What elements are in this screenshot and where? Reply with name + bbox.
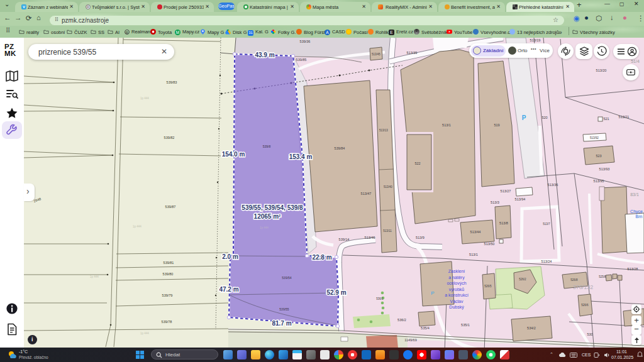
svg-text:513/1: 513/1 <box>442 123 451 127</box>
svg-text:539/36: 539/36 <box>300 40 311 43</box>
svg-text:513/92: 513/92 <box>590 136 599 140</box>
svg-text:513/93: 513/93 <box>599 167 610 171</box>
svg-text:51/4: 51/4 <box>631 59 640 63</box>
svg-text:513/28: 513/28 <box>628 267 638 271</box>
svg-text:513/44: 513/44 <box>470 230 481 234</box>
svg-text:526/6: 526/6 <box>581 304 589 307</box>
svg-text:539/78: 539/78 <box>162 320 172 324</box>
svg-text:Václav: Václav <box>450 299 464 304</box>
svg-text:2.0 m: 2.0 m <box>222 253 238 260</box>
svg-text:513/21: 513/21 <box>619 115 630 119</box>
svg-text:522: 522 <box>414 162 420 165</box>
svg-text:539/79: 539/79 <box>162 293 173 297</box>
svg-text:513/27: 513/27 <box>501 189 511 193</box>
svg-text:154.0 m: 154.0 m <box>222 151 245 158</box>
svg-text:a konstrukcí: a konstrukcí <box>445 293 469 297</box>
svg-text:535/4: 535/4 <box>421 326 430 330</box>
svg-text:81.7 m: 81.7 m <box>272 320 291 327</box>
svg-text:513/19: 513/19 <box>530 38 541 42</box>
svg-text:Zasklení: Zasklení <box>448 269 465 273</box>
svg-text:1p 444: 1p 444 <box>260 226 269 229</box>
svg-text:536/2: 536/2 <box>397 318 406 322</box>
svg-text:153.4 m: 153.4 m <box>289 153 313 160</box>
svg-text:513/11: 513/11 <box>383 229 392 233</box>
svg-text:513/13: 513/13 <box>379 129 388 132</box>
svg-text:539/80: 539/80 <box>163 272 174 276</box>
svg-text:a nátěry: a nátěry <box>448 275 465 280</box>
svg-text:Chyce: Chyce <box>630 209 643 214</box>
svg-text:513/9: 513/9 <box>416 236 425 239</box>
svg-text:526/2: 526/2 <box>519 278 526 281</box>
svg-text:22.8 m: 22.8 m <box>312 254 331 261</box>
svg-text:535/1: 535/1 <box>461 323 470 327</box>
svg-text:513/46: 513/46 <box>365 236 375 239</box>
svg-text:525/8: 525/8 <box>599 275 606 278</box>
svg-text:1p 444: 1p 444 <box>140 97 149 100</box>
svg-text:539/54: 539/54 <box>282 276 292 280</box>
svg-text:P: P <box>522 114 526 121</box>
svg-text:1p 444: 1p 444 <box>140 332 149 335</box>
svg-text:12065 m²: 12065 m² <box>254 213 281 220</box>
svg-text:513/36: 513/36 <box>548 183 558 187</box>
svg-text:513/39: 513/39 <box>407 51 418 55</box>
svg-text:539/55, 539/54, 539/8: 539/55, 539/54, 539/8 <box>242 204 303 211</box>
svg-text:513/7: 513/7 <box>543 222 550 226</box>
svg-text:ocelových: ocelových <box>447 281 466 286</box>
svg-text:Dubský: Dubský <box>449 305 464 310</box>
svg-text:513/95: 513/95 <box>594 179 604 183</box>
svg-text:513/50: 513/50 <box>484 242 495 246</box>
svg-text:539/82: 539/82 <box>164 136 175 140</box>
svg-text:526/8: 526/8 <box>570 278 578 282</box>
svg-text:521: 521 <box>603 117 609 121</box>
svg-text:513/20: 513/20 <box>596 69 607 72</box>
svg-text:539/85: 539/85 <box>296 58 307 62</box>
svg-text:1p 444: 1p 444 <box>90 275 99 278</box>
svg-text:Brn: Brn <box>636 214 643 219</box>
svg-text:539/55: 539/55 <box>279 307 289 311</box>
svg-text:47.2 m: 47.2 m <box>219 286 238 293</box>
svg-text:1p 444: 1p 444 <box>133 225 142 228</box>
svg-text:526/5: 526/5 <box>484 285 492 288</box>
svg-text:513/40: 513/40 <box>384 185 392 189</box>
svg-text:1149/69: 1149/69 <box>404 338 416 342</box>
svg-text:539/81: 539/81 <box>164 261 174 265</box>
svg-text:539/87: 539/87 <box>165 205 176 209</box>
svg-text:539/8: 539/8 <box>263 145 271 148</box>
svg-text:376/132: 376/132 <box>573 284 594 290</box>
svg-text:83/1: 83/1 <box>630 192 639 197</box>
svg-text:520: 520 <box>541 116 547 119</box>
svg-text:513/8: 513/8 <box>499 221 508 225</box>
svg-text:523: 523 <box>596 154 601 158</box>
svg-text:513/3: 513/3 <box>491 200 499 204</box>
svg-text:513/24: 513/24 <box>541 260 552 263</box>
svg-text:43.9 m: 43.9 m <box>255 52 274 58</box>
svg-text:513/94: 513/94 <box>515 197 526 201</box>
svg-text:513/47: 513/47 <box>361 192 372 195</box>
svg-text:530: 530 <box>587 332 592 336</box>
svg-text:536/1: 536/1 <box>376 297 384 300</box>
svg-text:513/45: 513/45 <box>372 53 380 56</box>
svg-text:539/84: 539/84 <box>335 146 345 150</box>
svg-text:513/1: 513/1 <box>469 253 478 256</box>
svg-text:519: 519 <box>494 123 499 127</box>
svg-text:P: P <box>431 290 434 296</box>
svg-text:534/2: 534/2 <box>527 326 536 330</box>
svg-text:539/83: 539/83 <box>167 80 177 84</box>
svg-text:výrobků: výrobků <box>449 287 465 292</box>
svg-text:52.9 m: 52.9 m <box>326 289 346 296</box>
svg-text:539/14: 539/14 <box>339 238 350 241</box>
